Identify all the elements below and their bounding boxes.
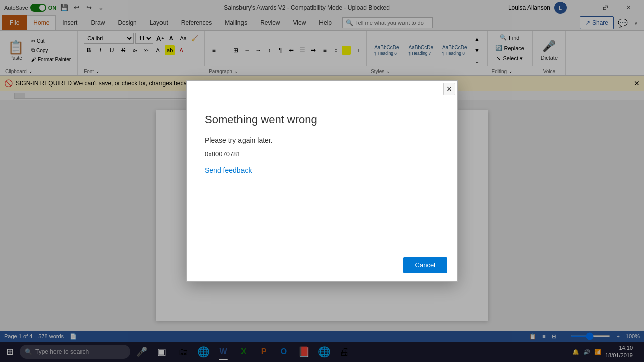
modal-close-button[interactable]: ✕ — [443, 83, 455, 95]
modal-message: Please try again later. — [205, 136, 439, 144]
modal-overlay: ✕ Something went wrong Please try again … — [0, 0, 644, 362]
modal-title: Something went wrong — [205, 113, 439, 126]
modal-body: Something went wrong Please try again la… — [187, 97, 457, 249]
cancel-button[interactable]: Cancel — [403, 257, 447, 273]
send-feedback-link[interactable]: Send feedback — [205, 166, 252, 174]
modal-header: ✕ — [187, 81, 457, 97]
error-modal: ✕ Something went wrong Please try again … — [186, 80, 458, 282]
modal-footer: Cancel — [187, 249, 457, 281]
modal-error-code: 0x80070781 — [205, 150, 439, 158]
